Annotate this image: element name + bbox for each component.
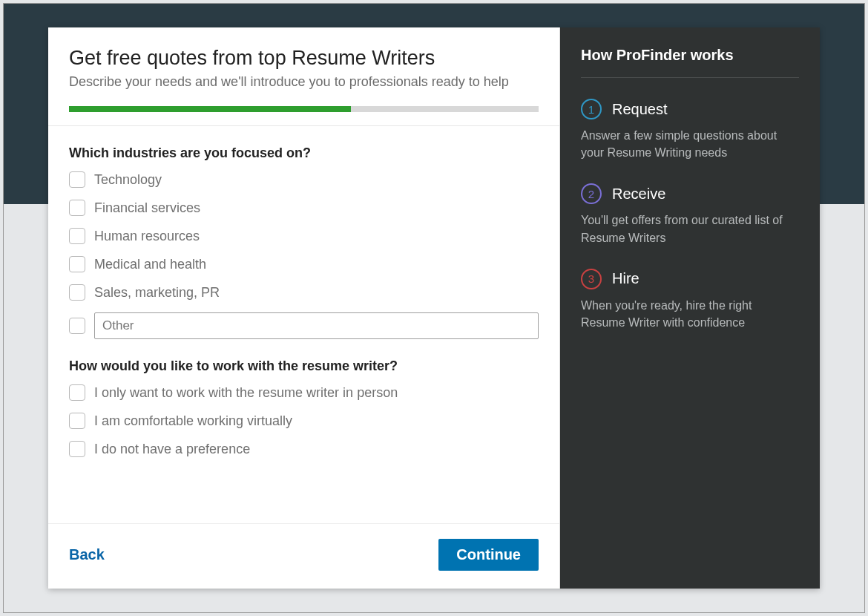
checkbox-sales-marketing-pr[interactable] bbox=[69, 284, 85, 301]
checkbox-technology[interactable] bbox=[69, 171, 85, 188]
option-label: Technology bbox=[94, 172, 162, 188]
modal-left: Get free quotes from top Resume Writers … bbox=[48, 27, 560, 589]
question-title: How would you like to work with the resu… bbox=[69, 358, 539, 374]
step-title: Request bbox=[612, 101, 668, 118]
checkbox-in-person[interactable] bbox=[69, 384, 85, 401]
option-row: I am comfortable working virtually bbox=[69, 413, 539, 429]
sidebar-title: How ProFinder works bbox=[581, 47, 799, 78]
option-label: I do not have a preference bbox=[94, 442, 250, 457]
checkbox-financial-services[interactable] bbox=[69, 200, 85, 216]
step-receive: 2 Receive You'll get offers from our cur… bbox=[581, 183, 799, 246]
step-description: Answer a few simple questions about your… bbox=[581, 127, 799, 161]
step-description: When you're ready, hire the right Resume… bbox=[581, 297, 799, 331]
step-number-icon: 1 bbox=[581, 99, 602, 119]
step-request: 1 Request Answer a few simple questions … bbox=[581, 99, 799, 161]
step-number-icon: 3 bbox=[581, 269, 602, 289]
option-label: I am comfortable working virtually bbox=[94, 413, 292, 429]
checkbox-no-preference[interactable] bbox=[69, 441, 85, 457]
step-title: Receive bbox=[612, 186, 665, 203]
option-row: Medical and health bbox=[69, 256, 539, 272]
modal-subtitle: Describe your needs and we'll introduce … bbox=[69, 74, 539, 90]
step-header: 3 Hire bbox=[581, 269, 799, 289]
step-hire: 3 Hire When you're ready, hire the right… bbox=[581, 269, 799, 331]
option-row: Technology bbox=[69, 171, 539, 188]
question-title: Which industries are you focused on? bbox=[69, 145, 539, 161]
option-row: I only want to work with the resume writ… bbox=[69, 384, 539, 401]
question-industries: Which industries are you focused on? Tec… bbox=[69, 145, 539, 339]
option-label: Medical and health bbox=[94, 257, 206, 272]
question-work-mode: How would you like to work with the resu… bbox=[69, 358, 539, 457]
profinder-modal: Get free quotes from top Resume Writers … bbox=[48, 27, 820, 589]
modal-header: Get free quotes from top Resume Writers … bbox=[48, 27, 559, 126]
modal-title: Get free quotes from top Resume Writers bbox=[69, 47, 539, 70]
other-input[interactable] bbox=[94, 312, 539, 339]
option-row-other bbox=[69, 312, 539, 339]
modal-footer: Back Continue bbox=[48, 523, 559, 589]
checkbox-medical-health[interactable] bbox=[69, 256, 85, 272]
option-row: I do not have a preference bbox=[69, 441, 539, 457]
progress-fill bbox=[69, 106, 351, 112]
modal-body: Which industries are you focused on? Tec… bbox=[48, 126, 559, 523]
option-row: Financial services bbox=[69, 200, 539, 216]
step-header: 2 Receive bbox=[581, 183, 799, 204]
checkbox-virtually[interactable] bbox=[69, 413, 85, 429]
back-button[interactable]: Back bbox=[69, 546, 105, 563]
progress-bar bbox=[69, 106, 539, 112]
checkbox-other[interactable] bbox=[69, 318, 85, 334]
step-number-icon: 2 bbox=[581, 183, 602, 204]
checkbox-human-resources[interactable] bbox=[69, 228, 85, 244]
option-label: Financial services bbox=[94, 200, 200, 216]
option-label: Human resources bbox=[94, 229, 200, 244]
step-title: Hire bbox=[612, 270, 640, 287]
option-label: Sales, marketing, PR bbox=[94, 285, 220, 301]
step-description: You'll get offers from our curated list … bbox=[581, 212, 799, 246]
option-row: Sales, marketing, PR bbox=[69, 284, 539, 301]
option-row: Human resources bbox=[69, 228, 539, 244]
step-header: 1 Request bbox=[581, 99, 799, 119]
sidebar-how-it-works: How ProFinder works 1 Request Answer a f… bbox=[560, 27, 820, 589]
page-frame: Get free quotes from top Resume Writers … bbox=[3, 3, 865, 613]
continue-button[interactable]: Continue bbox=[438, 539, 539, 571]
option-label: I only want to work with the resume writ… bbox=[94, 385, 398, 401]
